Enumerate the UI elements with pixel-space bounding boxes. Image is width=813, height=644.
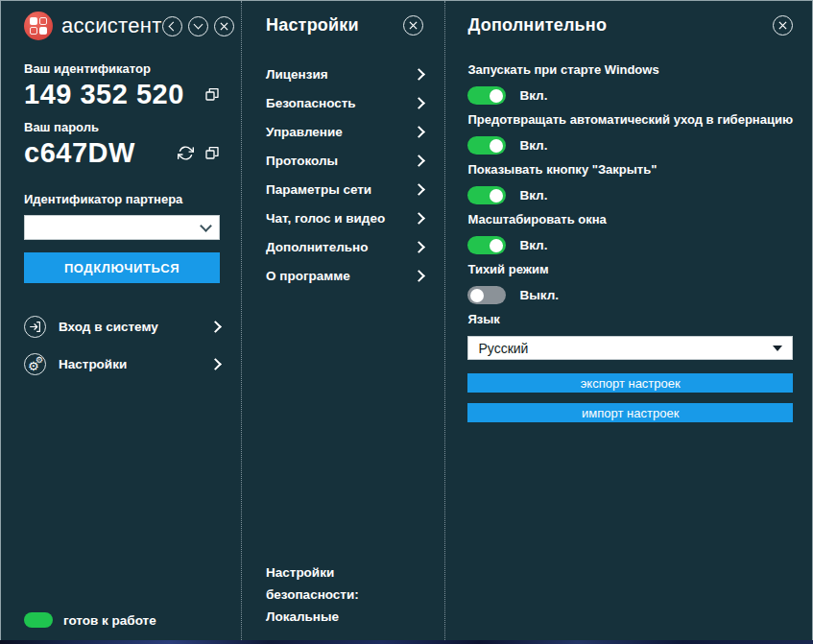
chevron-right-icon	[414, 155, 426, 167]
toggle-switch-silent-mode[interactable]	[467, 286, 506, 304]
toggle-switch-prevent-hibernation[interactable]	[467, 136, 506, 155]
status-indicator	[24, 612, 53, 628]
copy-password-button[interactable]	[204, 145, 220, 160]
sidebar-item-login[interactable]: Вход в систему	[24, 315, 220, 338]
export-settings-button[interactable]: экспорт настроек	[467, 373, 793, 393]
settings-item-network[interactable]: Параметры сети	[266, 175, 423, 203]
toggle-state-label: Вкл.	[519, 138, 547, 153]
settings-item-about[interactable]: О программе	[266, 261, 423, 290]
toggle-label-show-close-button: Показывать кнопку "Закрыть"	[467, 162, 793, 177]
your-id-value: 149 352 520	[24, 79, 184, 110]
id-row: 149 352 520	[24, 78, 220, 110]
advanced-panel: Дополнительно Запускать при старте Windo…	[444, 1, 812, 640]
partner-id-input[interactable]	[32, 220, 202, 235]
status-text: готов к работе	[63, 613, 156, 628]
chevron-right-icon	[414, 241, 426, 253]
app-window: ассистент Ваш идентификатор 149 352 520	[0, 0, 813, 640]
security-settings-footer: Настройки безопасности: Локальные	[266, 561, 423, 628]
toggle-knob	[490, 89, 503, 103]
chevron-right-icon	[209, 358, 222, 370]
settings-item-label: Безопасность	[266, 96, 356, 110]
app-title: ассистент	[61, 13, 162, 38]
settings-item-label: Протоколы	[266, 154, 338, 168]
settings-item-label: Чат, голос и видео	[266, 211, 385, 226]
copy-icon	[204, 145, 220, 160]
toggle-label-scale-windows: Масштабировать окна	[467, 212, 793, 227]
advanced-header: Дополнительно	[467, 12, 793, 37]
window-controls	[162, 16, 234, 36]
logo-square	[30, 27, 37, 35]
toggle-state-label: Вкл.	[519, 88, 547, 103]
your-password-value: c647DW	[24, 137, 135, 169]
chevron-right-icon	[414, 270, 426, 282]
toggle-state-label: Вкл.	[519, 238, 547, 252]
partner-id-combobox[interactable]	[24, 215, 220, 240]
close-button[interactable]	[214, 16, 234, 36]
close-icon	[220, 22, 228, 31]
chevron-right-icon	[209, 321, 222, 333]
minimize-button[interactable]	[188, 16, 208, 36]
sidebar-item-settings[interactable]: ⚙ ⚙ Настройки	[24, 352, 220, 375]
security-settings-label: Настройки безопасности:	[266, 561, 423, 606]
import-settings-button[interactable]: импорт настроек	[467, 403, 793, 422]
gears-icon: ⚙ ⚙	[24, 353, 46, 375]
toggle-switch-show-close-button[interactable]	[467, 186, 506, 204]
app-header: ассистент	[24, 11, 220, 41]
settings-list: Лицензия Безопасность Управление Протоко…	[266, 60, 423, 290]
advanced-close-button[interactable]	[773, 15, 793, 36]
settings-close-button[interactable]	[403, 15, 423, 36]
your-id-label: Ваш идентификатор	[24, 61, 220, 76]
refresh-password-button[interactable]	[178, 145, 194, 161]
chevron-right-icon	[414, 126, 426, 138]
toggle-state-label: Выкл.	[519, 288, 559, 302]
language-value: Русский	[478, 341, 528, 356]
password-row: c647DW	[24, 136, 220, 169]
refresh-icon	[178, 145, 194, 161]
toggle-row-scale-windows: Вкл.	[467, 236, 793, 254]
settings-item-management[interactable]: Управление	[266, 117, 423, 146]
security-settings-value: Локальные	[266, 606, 423, 628]
main-panel: ассистент Ваш идентификатор 149 352 520	[1, 1, 241, 640]
connect-button[interactable]: подключиться	[24, 252, 220, 283]
toggle-label-silent-mode: Тихий режим	[467, 262, 793, 276]
settings-item-protocols[interactable]: Протоколы	[266, 146, 423, 175]
left-menu: Вход в систему ⚙ ⚙ Настройки	[24, 315, 220, 375]
toggle-switch-autostart[interactable]	[467, 86, 506, 105]
logo-square	[39, 27, 47, 35]
app-logo-icon	[24, 12, 53, 40]
combo-chevron-down-icon	[200, 220, 212, 232]
close-icon	[409, 21, 418, 30]
your-password-label: Ваш пароль	[24, 120, 220, 134]
chevron-right-icon	[414, 97, 426, 109]
settings-item-chat-voice-video[interactable]: Чат, голос и видео	[266, 203, 423, 232]
login-icon	[24, 316, 46, 338]
settings-item-label: Управление	[266, 125, 343, 139]
settings-item-license[interactable]: Лицензия	[266, 60, 423, 88]
settings-item-label: Дополнительно	[266, 240, 369, 254]
chevron-left-icon	[169, 21, 179, 31]
gear-icon: ⚙	[36, 356, 43, 365]
logo-square	[30, 17, 37, 25]
language-select[interactable]: Русский	[467, 336, 793, 360]
partner-id-label: Идентификатор партнера	[24, 192, 220, 206]
toggle-label-autostart: Запускать при старте Windows	[467, 62, 793, 77]
settings-item-label: Параметры сети	[266, 182, 371, 197]
chevron-right-icon	[414, 212, 426, 225]
copy-id-button[interactable]	[204, 86, 220, 102]
settings-item-label: О программе	[266, 269, 350, 283]
settings-item-security[interactable]: Безопасность	[266, 88, 423, 117]
toggle-knob	[470, 289, 484, 302]
toggle-state-label: Вкл.	[519, 188, 547, 203]
toggle-switch-scale-windows[interactable]	[467, 236, 506, 254]
toggle-row-autostart: Вкл.	[467, 86, 793, 105]
language-label: Язык	[467, 312, 793, 326]
desktop-strip	[0, 640, 813, 644]
status-row: готов к работе	[24, 612, 220, 628]
back-button[interactable]	[162, 16, 182, 36]
close-icon	[778, 21, 787, 30]
advanced-title: Дополнительно	[467, 15, 607, 36]
settings-item-advanced[interactable]: Дополнительно	[266, 232, 423, 261]
chevron-down-icon	[193, 20, 203, 30]
dropdown-arrow-icon	[773, 346, 782, 351]
toggle-label-prevent-hibernation: Предотвращать автоматический уход в гибе…	[467, 112, 793, 127]
